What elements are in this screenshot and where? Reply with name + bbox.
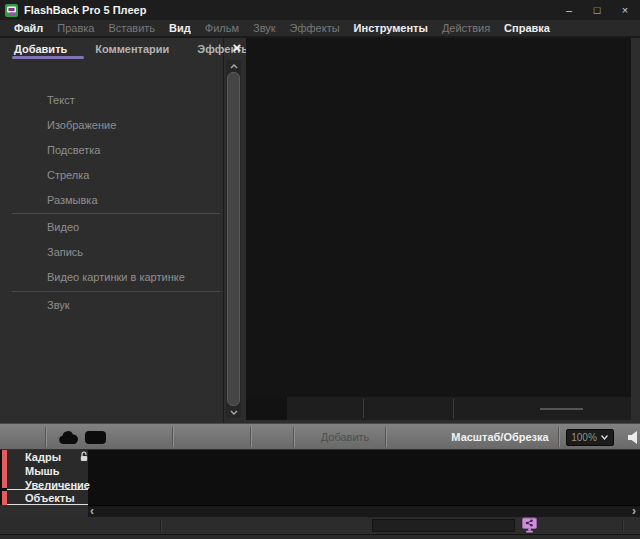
substrip-corner [246,397,287,420]
list-item-arrow[interactable]: Стрелка [47,169,89,183]
scroll-left-icon[interactable]: ‹ [90,505,94,517]
substrip-separator [453,399,454,418]
canvas-substrip [246,397,631,420]
menu-edit: Правка [50,20,101,36]
sidebar-scrollbar[interactable] [226,60,241,418]
app-window: FlashBack Pro 5 Плеер – □ × Файл Правка … [0,0,640,539]
movie-canvas[interactable] [246,38,631,397]
menu-file[interactable]: Файл [7,20,50,36]
toolbar-separator [385,427,386,447]
menu-actions: Действия [435,20,497,36]
toolbar-separator [45,427,46,447]
track-labels-panel: Кадры Мышь Увеличение Объекты [7,450,88,505]
zoom-select[interactable]: 100% [566,429,614,446]
track-divider-line [7,489,88,490]
scroll-right-icon[interactable]: › [632,505,636,517]
list-item-video-pip[interactable]: Видео картинки в картинке [47,271,185,285]
list-item-record[interactable]: Запись [47,246,83,260]
window-bottom-edge [0,534,640,539]
toolbar-separator [293,427,294,447]
player-toolbar: Добавить Масштаб/Обрезка 100% [0,423,640,450]
zoom-value: 100% [567,432,601,443]
maximize-button[interactable]: □ [590,0,604,20]
toolbar-separator [250,427,251,447]
close-panel-icon[interactable]: × [229,40,245,56]
track-group-marker [2,450,7,488]
list-item-video[interactable]: Видео [47,221,79,235]
menu-insert: Вставить [101,20,162,36]
status-divider [160,519,161,532]
objects-sidebar: Добавить Комментарии Эффекты Текст Изобр… [0,38,224,423]
substrip-separator [363,399,364,418]
list-item-blur[interactable]: Размывка [47,194,98,208]
active-tab-underline [12,56,84,59]
window-title: FlashBack Pro 5 Плеер [24,4,146,16]
track-zoom[interactable]: Увеличение [25,479,90,492]
add-button-disabled: Добавить [300,424,390,450]
rectangle-shape-icon[interactable] [85,431,106,444]
menu-effects: Эффекты [283,20,347,36]
menu-tools[interactable]: Инструменты [347,20,435,36]
sidebar-tabs: Добавить Комментарии Эффекты [0,38,224,60]
timeline-corner [0,505,88,517]
toolbar-separator [558,427,559,447]
menu-view[interactable]: Вид [162,20,198,36]
list-divider [12,291,220,292]
menu-help[interactable]: Справка [497,20,557,36]
list-divider [12,213,220,214]
list-item-sound[interactable]: Звук [47,299,70,313]
window-controls: – □ × [562,0,632,20]
list-item-image[interactable]: Изображение [47,119,116,133]
close-button[interactable]: × [618,0,632,20]
list-item-highlight[interactable]: Подсветка [47,144,100,158]
scroll-up-icon[interactable] [226,60,241,72]
scroll-down-icon[interactable] [226,406,241,418]
flashback-monitor-icon[interactable] [521,517,538,534]
minimize-button[interactable]: – [562,0,576,20]
callout-shape-icon[interactable] [57,429,79,446]
add-object-list: Текст Изображение Подсветка Стрелка Разм… [0,60,224,423]
lock-open-icon[interactable] [79,451,89,462]
scrollbar-thumb[interactable] [227,72,240,406]
tab-comments[interactable]: Комментарии [81,38,183,60]
speaker-icon[interactable] [628,431,639,444]
track-mouse[interactable]: Мышь [25,465,60,478]
substrip-marker [540,408,583,410]
menu-sound: Звук [246,20,283,36]
menu-bar: Файл Правка Вставить Вид Фильм Звук Эффе… [0,20,640,36]
menu-movie: Фильм [198,20,246,36]
status-field [372,519,515,532]
track-frames[interactable]: Кадры [25,451,61,464]
chevron-down-icon [601,433,613,442]
status-bar [0,517,640,534]
toolbar-separator [172,427,173,447]
timeline[interactable]: Кадры Мышь Увеличение Объекты [0,450,640,505]
status-divider [622,519,623,532]
app-logo-icon [5,4,18,17]
scale-crop-button[interactable]: Масштаб/Обрезка [420,424,580,450]
timeline-hscrollbar[interactable]: ‹ › [88,505,640,517]
title-bar: FlashBack Pro 5 Плеер – □ × [0,0,640,20]
list-item-text[interactable]: Текст [47,94,75,108]
